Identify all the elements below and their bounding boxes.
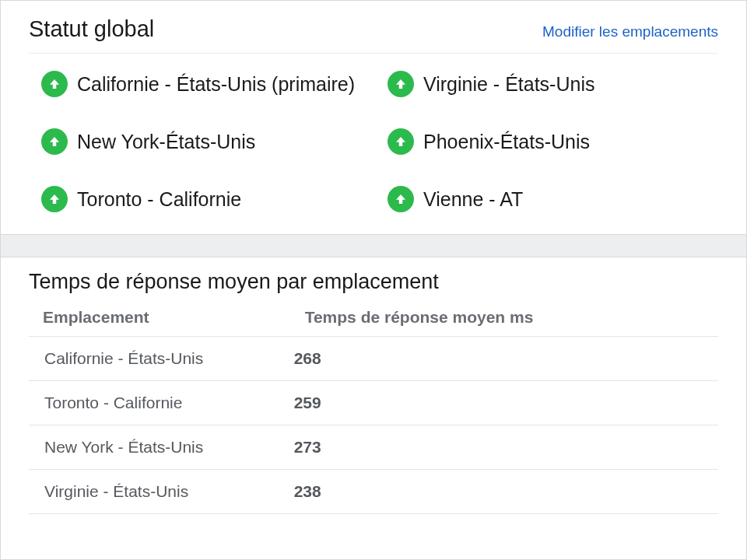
location-grid: Californie - États-Unis (primaire) Virgi… xyxy=(29,71,718,212)
cell-location: New York - États-Unis xyxy=(29,425,291,470)
status-up-icon xyxy=(388,186,414,212)
status-up-icon xyxy=(388,71,414,97)
cell-location: Toronto - Californie xyxy=(29,381,291,425)
avg-response-title: Temps de réponse moyen par emplacement xyxy=(29,270,718,294)
avg-response-table: Emplacement Temps de réponse moyen ms Ca… xyxy=(29,308,718,514)
table-header-row: Emplacement Temps de réponse moyen ms xyxy=(29,308,718,337)
table-row: Toronto - Californie 259 xyxy=(29,381,718,425)
global-status-panel: Statut global Modifier les emplacements … xyxy=(1,1,746,234)
avg-response-panel: Temps de réponse moyen par emplacement E… xyxy=(1,257,746,514)
table-row: Virginie - États-Unis 238 xyxy=(29,470,718,514)
location-item: Phoenix-États-Unis xyxy=(388,128,718,155)
status-up-icon xyxy=(41,71,68,97)
location-item: Toronto - Californie xyxy=(41,186,372,212)
col-header-avg-ms: Temps de réponse moyen ms xyxy=(291,308,718,337)
panel-separator xyxy=(1,234,746,257)
cell-location: Californie - États-Unis xyxy=(29,337,291,381)
location-item: New York-États-Unis xyxy=(41,128,372,155)
cell-avg-ms: 238 xyxy=(291,470,718,514)
global-status-title: Statut global xyxy=(29,16,154,42)
table-row: Californie - États-Unis 268 xyxy=(29,337,718,381)
table-row: New York - États-Unis 273 xyxy=(29,425,718,470)
location-label: Toronto - Californie xyxy=(77,188,241,211)
cell-location: Virginie - États-Unis xyxy=(29,470,291,514)
status-up-icon xyxy=(41,128,68,155)
edit-locations-link[interactable]: Modifier les emplacements xyxy=(542,23,718,40)
location-label: Virginie - États-Unis xyxy=(423,73,594,96)
location-label: Vienne - AT xyxy=(423,188,523,211)
status-up-icon xyxy=(388,128,414,155)
location-item: Virginie - États-Unis xyxy=(388,71,718,97)
col-header-location: Emplacement xyxy=(29,308,291,337)
status-up-icon xyxy=(41,186,68,212)
location-item: Vienne - AT xyxy=(388,186,718,212)
location-label: Phoenix-États-Unis xyxy=(423,131,590,153)
cell-avg-ms: 259 xyxy=(291,381,718,425)
cell-avg-ms: 268 xyxy=(291,337,718,381)
global-status-header: Statut global Modifier les emplacements xyxy=(29,16,718,54)
location-label: New York-États-Unis xyxy=(77,131,255,153)
location-item: Californie - États-Unis (primaire) xyxy=(41,71,372,97)
cell-avg-ms: 273 xyxy=(291,425,718,470)
location-label: Californie - États-Unis (primaire) xyxy=(77,73,355,96)
